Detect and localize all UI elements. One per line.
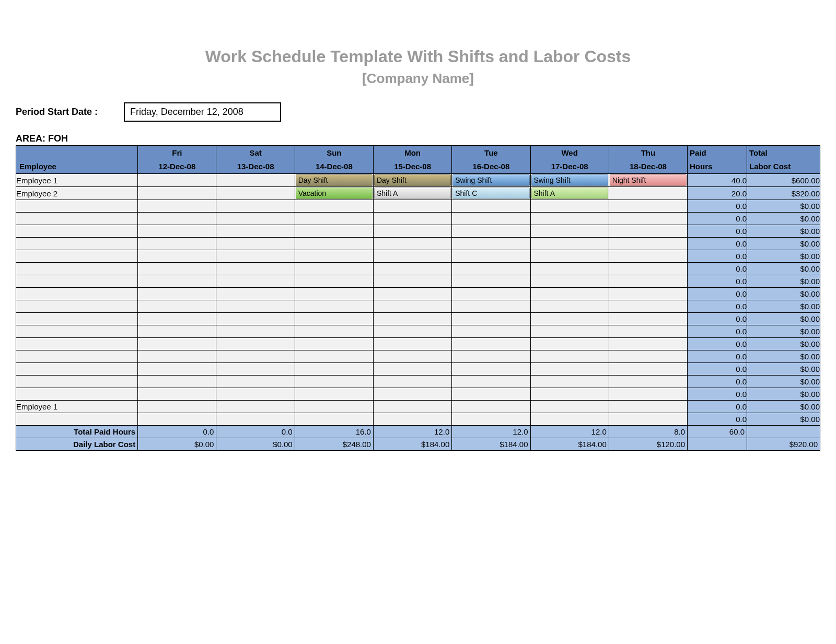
- day-cell[interactable]: [373, 325, 451, 338]
- employee-cell[interactable]: [16, 200, 138, 213]
- day-cell[interactable]: [216, 288, 295, 300]
- day-cell[interactable]: [373, 363, 451, 376]
- day-cell[interactable]: [295, 288, 373, 300]
- day-cell[interactable]: [216, 200, 295, 213]
- day-cell[interactable]: [295, 213, 373, 225]
- day-cell[interactable]: [373, 238, 451, 250]
- employee-cell[interactable]: [16, 325, 138, 338]
- day-cell[interactable]: [530, 263, 609, 275]
- day-cell[interactable]: [216, 250, 295, 263]
- day-cell[interactable]: [295, 275, 373, 288]
- day-cell[interactable]: [609, 401, 687, 413]
- day-cell[interactable]: [452, 388, 530, 401]
- day-cell[interactable]: [609, 187, 687, 200]
- day-cell[interactable]: [295, 300, 373, 313]
- day-cell[interactable]: [530, 401, 609, 413]
- day-cell[interactable]: [295, 376, 373, 388]
- day-cell[interactable]: [295, 338, 373, 350]
- day-cell[interactable]: [138, 250, 216, 263]
- day-cell[interactable]: [216, 313, 295, 325]
- day-cell[interactable]: [295, 263, 373, 275]
- day-cell[interactable]: [452, 288, 530, 300]
- day-cell[interactable]: [530, 225, 609, 238]
- day-cell[interactable]: Night Shift: [609, 174, 687, 187]
- day-cell[interactable]: [609, 250, 687, 263]
- day-cell[interactable]: [452, 376, 530, 388]
- day-cell[interactable]: [530, 350, 609, 363]
- day-cell[interactable]: [373, 401, 451, 413]
- day-cell[interactable]: [452, 413, 530, 426]
- employee-cell[interactable]: [16, 238, 138, 250]
- day-cell[interactable]: [530, 238, 609, 250]
- employee-cell[interactable]: [16, 350, 138, 363]
- day-cell[interactable]: [609, 288, 687, 300]
- day-cell[interactable]: [452, 300, 530, 313]
- day-cell[interactable]: [295, 325, 373, 338]
- day-cell[interactable]: [295, 238, 373, 250]
- day-cell[interactable]: [138, 275, 216, 288]
- day-cell[interactable]: [138, 300, 216, 313]
- day-cell[interactable]: [138, 350, 216, 363]
- day-cell[interactable]: [138, 174, 216, 187]
- day-cell[interactable]: Swing Shift: [530, 174, 609, 187]
- day-cell[interactable]: [452, 350, 530, 363]
- day-cell[interactable]: [216, 338, 295, 350]
- shift-badge[interactable]: Night Shift: [610, 174, 687, 186]
- day-cell[interactable]: [530, 363, 609, 376]
- day-cell[interactable]: [138, 325, 216, 338]
- day-cell[interactable]: Vacation: [295, 187, 373, 200]
- employee-cell[interactable]: [16, 338, 138, 350]
- day-cell[interactable]: [138, 187, 216, 200]
- employee-cell[interactable]: [16, 225, 138, 238]
- day-cell[interactable]: [452, 313, 530, 325]
- day-cell[interactable]: [138, 376, 216, 388]
- day-cell[interactable]: [216, 187, 295, 200]
- employee-cell[interactable]: Employee 2: [16, 187, 138, 200]
- day-cell[interactable]: [609, 263, 687, 275]
- day-cell[interactable]: [452, 263, 530, 275]
- day-cell[interactable]: [530, 376, 609, 388]
- shift-badge[interactable]: Swing Shift: [452, 174, 529, 186]
- day-cell[interactable]: [216, 238, 295, 250]
- day-cell[interactable]: [609, 275, 687, 288]
- day-cell[interactable]: [295, 388, 373, 401]
- day-cell[interactable]: [530, 288, 609, 300]
- day-cell[interactable]: Swing Shift: [452, 174, 530, 187]
- day-cell[interactable]: [216, 263, 295, 275]
- day-cell[interactable]: [452, 213, 530, 225]
- day-cell[interactable]: [216, 225, 295, 238]
- day-cell[interactable]: [452, 401, 530, 413]
- shift-badge[interactable]: Day Shift: [374, 174, 451, 186]
- day-cell[interactable]: [216, 401, 295, 413]
- day-cell[interactable]: [373, 213, 451, 225]
- employee-cell[interactable]: [16, 413, 138, 426]
- day-cell[interactable]: [295, 250, 373, 263]
- day-cell[interactable]: [138, 413, 216, 426]
- day-cell[interactable]: [373, 288, 451, 300]
- day-cell[interactable]: [138, 388, 216, 401]
- day-cell[interactable]: Shift A: [373, 187, 451, 200]
- day-cell[interactable]: [373, 338, 451, 350]
- employee-cell[interactable]: Employee 1: [16, 401, 138, 413]
- day-cell[interactable]: [295, 413, 373, 426]
- day-cell[interactable]: [530, 250, 609, 263]
- day-cell[interactable]: [373, 250, 451, 263]
- day-cell[interactable]: [295, 363, 373, 376]
- day-cell[interactable]: [530, 275, 609, 288]
- day-cell[interactable]: [373, 388, 451, 401]
- day-cell[interactable]: Day Shift: [373, 174, 451, 187]
- shift-badge[interactable]: Shift A: [374, 188, 451, 199]
- day-cell[interactable]: [452, 238, 530, 250]
- day-cell[interactable]: [138, 363, 216, 376]
- day-cell[interactable]: [373, 350, 451, 363]
- employee-cell[interactable]: [16, 213, 138, 225]
- day-cell[interactable]: [452, 250, 530, 263]
- day-cell[interactable]: [373, 275, 451, 288]
- day-cell[interactable]: [216, 213, 295, 225]
- employee-cell[interactable]: [16, 363, 138, 376]
- day-cell[interactable]: Shift C: [452, 187, 530, 200]
- day-cell[interactable]: [609, 213, 687, 225]
- day-cell[interactable]: [530, 200, 609, 213]
- day-cell[interactable]: [138, 288, 216, 300]
- day-cell[interactable]: [609, 325, 687, 338]
